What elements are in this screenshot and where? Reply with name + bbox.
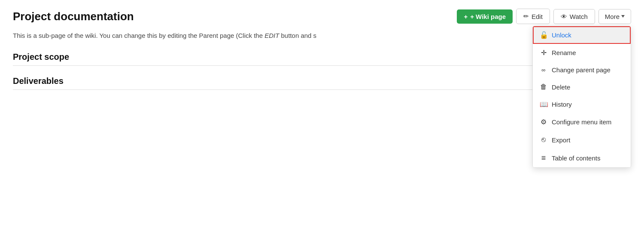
watch-label: Watch bbox=[570, 13, 588, 20]
configure-menu-icon: ⚙ bbox=[540, 118, 547, 126]
watch-button[interactable]: 👁 Watch bbox=[553, 9, 595, 24]
delete-icon: 🗑 bbox=[540, 83, 547, 91]
dropdown-item-history[interactable]: 📖 History bbox=[533, 95, 631, 113]
export-icon: ⎋ bbox=[540, 135, 547, 144]
edit-label: Edit bbox=[532, 13, 543, 20]
rename-icon: ✛ bbox=[540, 49, 547, 57]
wiki-page-label: + Wiki page bbox=[470, 13, 506, 20]
toc-label: Table of contents bbox=[552, 154, 600, 162]
configure-menu-label: Configure menu item bbox=[552, 118, 611, 126]
edit-button[interactable]: ✏ Edit bbox=[516, 9, 550, 24]
more-label: More bbox=[605, 13, 620, 20]
more-dropdown-menu: 🔓 Unlock ✛ Rename ∞ Change parent page 🗑… bbox=[532, 26, 631, 168]
dropdown-item-delete[interactable]: 🗑 Delete bbox=[533, 78, 631, 95]
chevron-down-icon bbox=[621, 15, 625, 18]
page-description: This is a sub-page of the wiki. You can … bbox=[13, 32, 485, 39]
change-parent-label: Change parent page bbox=[552, 66, 611, 74]
header-row: Project documentation + + Wiki page ✏ Ed… bbox=[13, 9, 631, 24]
export-label: Export bbox=[552, 136, 570, 144]
rename-label: Rename bbox=[552, 49, 576, 56]
change-parent-icon: ∞ bbox=[540, 67, 547, 73]
wiki-page-plus-icon: + bbox=[464, 13, 468, 20]
history-label: History bbox=[552, 101, 572, 108]
header-actions: + + Wiki page ✏ Edit 👁 Watch More 🔓 Unlo… bbox=[457, 9, 631, 24]
page-title: Project documentation bbox=[13, 10, 134, 23]
more-button[interactable]: More bbox=[598, 9, 631, 24]
dropdown-item-unlock[interactable]: 🔓 Unlock bbox=[533, 26, 631, 44]
page-container: Project documentation + + Wiki page ✏ Ed… bbox=[0, 0, 644, 234]
dropdown-item-export[interactable]: ⎋ Export bbox=[533, 131, 631, 149]
wiki-page-button[interactable]: + + Wiki page bbox=[457, 9, 513, 24]
edit-icon: ✏ bbox=[523, 12, 529, 20]
dropdown-item-toc[interactable]: ≡ Table of contents bbox=[533, 149, 631, 167]
eye-icon: 👁 bbox=[561, 13, 567, 20]
toc-icon: ≡ bbox=[540, 154, 547, 163]
history-icon: 📖 bbox=[540, 100, 547, 108]
dropdown-item-configure-menu[interactable]: ⚙ Configure menu item bbox=[533, 113, 631, 131]
unlock-label: Unlock bbox=[552, 31, 571, 39]
unlock-icon: 🔓 bbox=[540, 31, 547, 39]
dropdown-item-rename[interactable]: ✛ Rename bbox=[533, 44, 631, 62]
delete-label: Delete bbox=[552, 83, 570, 91]
dropdown-item-change-parent[interactable]: ∞ Change parent page bbox=[533, 62, 631, 78]
